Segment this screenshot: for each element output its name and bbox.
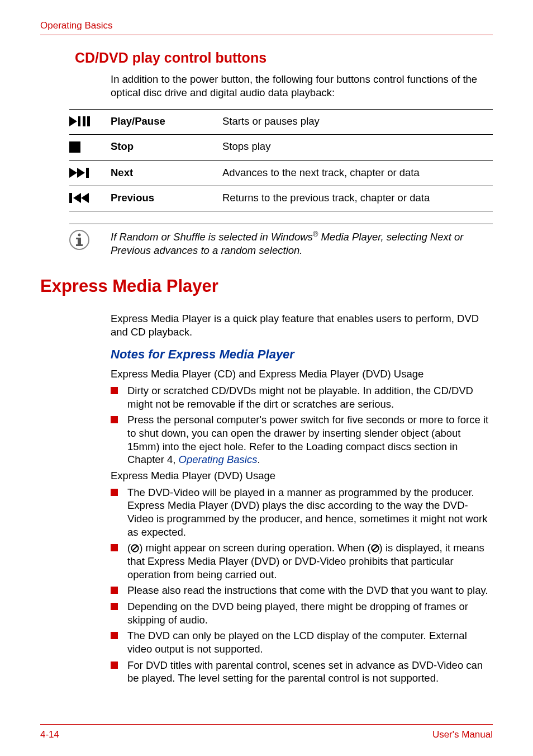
button-label: Stop [111, 140, 222, 153]
li-post: . [257, 453, 260, 465]
svg-rect-25 [111, 603, 118, 610]
svg-marker-6 [77, 168, 85, 178]
breadcrumb: Operating Basics [40, 20, 112, 31]
svg-marker-0 [69, 116, 77, 126]
list-text: Press the personal computer's power swit… [127, 413, 493, 466]
svg-rect-17 [111, 416, 118, 423]
table-row: Next Advances to the next track, chapter… [69, 160, 493, 186]
svg-rect-7 [86, 168, 89, 178]
bullet-icon [111, 541, 127, 551]
footer-title: User's Manual [432, 729, 493, 740]
list-item: Dirty or scratched CD/DVDs might not be … [111, 384, 493, 410]
section-title-cddvd: CD/DVD play control buttons [75, 50, 493, 66]
button-label: Play/Pause [111, 115, 222, 127]
svg-rect-1 [78, 116, 80, 126]
list-text: The DVD can only be played on the LCD di… [127, 629, 493, 655]
registered-mark: ® [313, 230, 318, 238]
section1-intro: In addition to the power button, the fol… [111, 73, 493, 99]
table-row: Previous Returns to the previous track, … [69, 186, 493, 211]
svg-line-23 [373, 546, 378, 551]
bullet-icon [111, 584, 127, 594]
svg-marker-5 [69, 168, 77, 178]
svg-rect-18 [111, 489, 118, 496]
button-desc: Returns to the previous track, chapter o… [222, 192, 493, 204]
li-mid: ) might appear on screen during operatio… [139, 542, 370, 554]
svg-rect-4 [69, 141, 80, 153]
svg-rect-16 [111, 387, 118, 394]
svg-marker-9 [73, 193, 81, 203]
bullet-icon [111, 600, 127, 610]
bullet-icon [111, 486, 127, 496]
svg-rect-15 [76, 244, 83, 246]
previous-icon [69, 192, 111, 205]
svg-marker-10 [81, 193, 89, 203]
list-item: The DVD-Video will be played in a manner… [111, 486, 493, 539]
table-row: Play/Pause Starts or pauses play [69, 109, 493, 134]
svg-rect-3 [87, 116, 90, 126]
section2-intro: Express Media Player is a quick play fea… [111, 312, 493, 338]
list-text: () might appear on screen during operati… [127, 541, 493, 581]
list-item: Depending on the DVD being played, there… [111, 600, 493, 626]
usage-cd-dvd: Express Media Player (CD) and Express Me… [111, 367, 493, 381]
svg-rect-19 [111, 544, 118, 551]
svg-rect-26 [111, 632, 118, 639]
list-item: Please also read the instructions that c… [111, 584, 493, 597]
list-1: Dirty or scratched CD/DVDs might not be … [111, 384, 493, 466]
list-item: Press the personal computer's power swit… [111, 413, 493, 466]
note-callout: If Random or Shuffle is selected in Wind… [69, 224, 493, 257]
page-header: Operating Basics [40, 20, 493, 35]
list-text: Dirty or scratched CD/DVDs might not be … [127, 384, 493, 410]
button-desc: Starts or pauses play [222, 115, 493, 127]
svg-rect-14 [76, 238, 81, 239]
list-text: For DVD titles with parental control, sc… [127, 659, 493, 685]
next-icon [69, 167, 111, 180]
bullet-icon [111, 413, 127, 423]
link-operating-basics[interactable]: Operating Basics [179, 453, 258, 465]
button-desc: Stops play [222, 140, 493, 153]
list-text: The DVD-Video will be played in a manner… [127, 486, 493, 539]
usage-dvd: Express Media Player (DVD) Usage [111, 469, 493, 483]
button-desc: Advances to the next track, chapter or d… [222, 167, 493, 179]
subhead-notes: Notes for Express Media Player [111, 347, 493, 362]
page-number: 4-14 [40, 729, 59, 740]
button-label: Next [111, 167, 222, 179]
svg-rect-2 [83, 116, 85, 126]
svg-rect-24 [111, 587, 118, 594]
svg-rect-8 [69, 193, 72, 203]
list-text: Please also read the instructions that c… [127, 584, 493, 597]
svg-rect-27 [111, 662, 118, 669]
svg-point-12 [78, 234, 81, 237]
info-icon [69, 230, 111, 252]
list-item: The DVD can only be played on the LCD di… [111, 629, 493, 655]
list-item: For DVD titles with parental control, sc… [111, 659, 493, 685]
page-footer: 4-14 User's Manual [40, 724, 493, 740]
note-pre: If Random or Shuffle is selected in Wind… [111, 231, 313, 243]
stop-icon [69, 140, 111, 155]
buttons-table: Play/Pause Starts or pauses play Stop St… [69, 109, 493, 211]
section-title-express: Express Media Player [40, 276, 493, 296]
bullet-icon [111, 659, 127, 669]
list-item: () might appear on screen during operati… [111, 541, 493, 581]
list-2: The DVD-Video will be played in a manner… [111, 486, 493, 685]
svg-line-21 [132, 546, 137, 551]
button-label: Previous [111, 192, 222, 204]
play-pause-icon [69, 115, 111, 129]
list-text: Depending on the DVD being played, there… [127, 600, 493, 626]
bullet-icon [111, 384, 127, 394]
note-text: If Random or Shuffle is selected in Wind… [111, 230, 493, 257]
bullet-icon [111, 629, 127, 639]
table-row: Stop Stops play [69, 134, 493, 160]
